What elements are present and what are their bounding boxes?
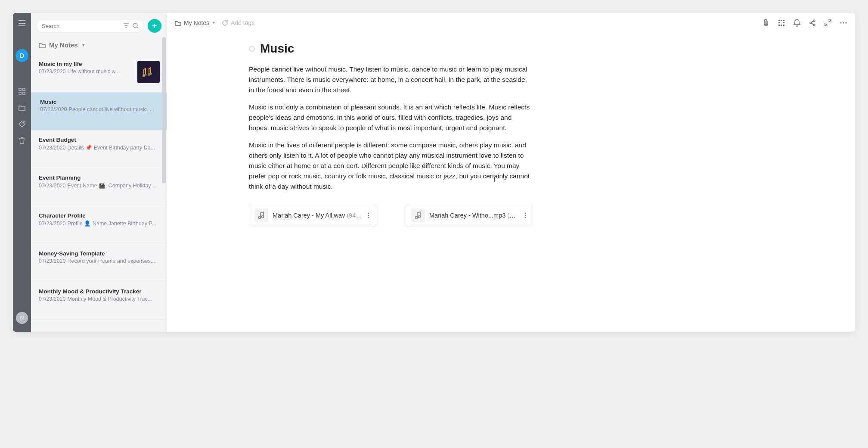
svg-point-24 <box>845 22 846 23</box>
note-snippet: Monthly Mood & Productivity Trac... <box>68 296 152 302</box>
svg-point-33 <box>525 215 526 216</box>
svg-rect-17 <box>781 25 782 26</box>
svg-point-4 <box>23 122 24 123</box>
tag-outline-icon <box>222 20 228 26</box>
svg-rect-12 <box>781 20 782 21</box>
note-title: Music <box>40 99 159 105</box>
attachment-more-icon[interactable] <box>366 212 371 218</box>
svg-point-20 <box>810 22 812 24</box>
paragraph[interactable]: Music is not only a combination of pleas… <box>249 102 533 133</box>
note-snippet: Event Name 🎬: Company Holiday ... <box>68 182 157 189</box>
more-icon[interactable] <box>840 19 847 27</box>
sidebar-top: + <box>31 13 167 37</box>
note-date: 07/23/2020 <box>40 106 67 112</box>
svg-rect-16 <box>778 25 780 26</box>
svg-point-10 <box>226 21 226 22</box>
svg-rect-2 <box>19 92 21 94</box>
notes-list[interactable]: Music in my life07/23/2020Life without m… <box>31 55 167 332</box>
search-box[interactable] <box>36 19 143 33</box>
note-date: 07/23/2020 <box>39 145 66 151</box>
topbar-actions <box>762 19 847 27</box>
expand-icon[interactable] <box>824 19 832 27</box>
sidebar-scrollbar[interactable] <box>162 37 166 248</box>
title-row: Music <box>249 42 812 56</box>
note-item[interactable]: Monthly Mood & Productivity Tracker07/23… <box>31 282 167 320</box>
note-title: Character Profile <box>39 212 159 219</box>
music-file-icon <box>411 208 425 222</box>
svg-point-19 <box>813 20 815 22</box>
new-note-button[interactable]: + <box>148 19 161 33</box>
note-date: 07/23/2020 <box>39 68 66 75</box>
attachment-more-icon[interactable] <box>523 212 527 218</box>
note-item[interactable]: Character Profile07/23/2020Profile 👤 Nam… <box>31 206 167 244</box>
trash-icon[interactable] <box>18 136 26 145</box>
note-item[interactable]: Money-Saving Template07/23/2020Record yo… <box>31 244 167 282</box>
note-item[interactable]: Music07/23/2020People cannot live withou… <box>31 93 167 131</box>
workspace-avatar[interactable]: N <box>16 312 28 324</box>
note-item[interactable]: Music in my life07/23/2020Life without m… <box>31 55 167 93</box>
attachment-name: Mariah Carey - My All.wav (94....) <box>273 212 362 219</box>
folder-label: My Notes <box>49 41 78 49</box>
bell-icon[interactable] <box>793 19 801 27</box>
qr-icon[interactable] <box>778 19 785 27</box>
scrollbar-thumb[interactable] <box>162 37 166 184</box>
page-title[interactable]: Music <box>260 42 294 56</box>
note-item[interactable]: Event Budget07/23/2020Details 📌 Event Bi… <box>31 131 167 168</box>
note-content[interactable]: Music People cannot live without music. … <box>167 33 855 332</box>
share-icon[interactable] <box>809 19 816 27</box>
note-thumbnail <box>137 61 160 83</box>
folder-small-icon <box>175 20 181 26</box>
note-meta: 07/23/2020Event Name 🎬: Company Holiday … <box>39 182 159 189</box>
folder-header[interactable]: My Notes ▼ <box>31 37 167 55</box>
svg-rect-14 <box>778 22 780 23</box>
svg-point-23 <box>843 22 844 23</box>
topbar: My Notes ▼ Add tags <box>167 13 855 33</box>
user-avatar[interactable]: D <box>16 49 28 62</box>
note-snippet: Record your income and expenses,... <box>68 258 157 264</box>
sidebar: + My Notes ▼ Music in my life07/23/2020L… <box>31 13 167 332</box>
attachment-icon[interactable] <box>762 19 770 27</box>
note-meta: 07/23/2020Profile 👤 Name Janette Birthda… <box>39 220 159 227</box>
note-snippet: People cannot live without music. ... <box>69 106 155 112</box>
note-title: Monthly Mood & Productivity Tracker <box>39 288 159 295</box>
svg-point-31 <box>418 216 421 218</box>
note-item[interactable]: Event Planning07/23/2020Event Name 🎬: Co… <box>31 168 167 206</box>
svg-rect-13 <box>783 20 784 21</box>
note-title: Event Budget <box>39 137 159 143</box>
filter-icon[interactable] <box>123 23 129 29</box>
svg-point-34 <box>525 217 526 218</box>
folder-icon[interactable] <box>18 103 26 112</box>
attachment-card[interactable]: Mariah Carey - Witho...mp3 (8....) <box>406 204 533 227</box>
folder-outline-icon <box>39 42 46 48</box>
svg-rect-18 <box>783 25 784 26</box>
paragraph[interactable]: People cannot live without music. They l… <box>249 64 533 95</box>
svg-point-5 <box>133 23 137 28</box>
note-meta: 07/23/2020Monthly Mood & Productivity Tr… <box>39 296 159 302</box>
attachment-card[interactable]: Mariah Carey - My All.wav (94....) <box>249 204 376 227</box>
svg-point-25 <box>259 217 261 219</box>
svg-rect-0 <box>19 88 21 90</box>
note-snippet: Life without music w... <box>68 68 120 75</box>
svg-point-30 <box>415 217 418 219</box>
music-file-icon <box>254 208 268 222</box>
note-meta: 07/23/2020Record your income and expense… <box>39 258 159 264</box>
svg-point-29 <box>368 217 369 218</box>
tag-icon[interactable] <box>18 120 26 128</box>
svg-point-28 <box>368 215 369 216</box>
svg-rect-1 <box>23 88 25 90</box>
note-meta: 07/23/2020People cannot live without mus… <box>40 106 159 112</box>
add-tags[interactable]: Add tags <box>222 19 254 26</box>
paragraph[interactable]: Music in the lives of different people i… <box>249 140 533 192</box>
note-snippet: Profile 👤 Name Janette Birthday P... <box>68 220 156 227</box>
breadcrumb[interactable]: My Notes ▼ <box>175 19 216 26</box>
dashboard-icon[interactable] <box>18 87 26 96</box>
search-icon[interactable] <box>133 23 139 29</box>
note-date: 07/23/2020 <box>39 296 66 302</box>
menu-icon[interactable] <box>18 19 26 28</box>
svg-point-22 <box>840 22 841 23</box>
svg-point-9 <box>150 73 152 75</box>
search-input[interactable] <box>42 23 123 29</box>
chevron-down-icon: ▼ <box>81 43 86 47</box>
svg-rect-15 <box>783 22 784 23</box>
add-tags-label: Add tags <box>231 19 254 26</box>
